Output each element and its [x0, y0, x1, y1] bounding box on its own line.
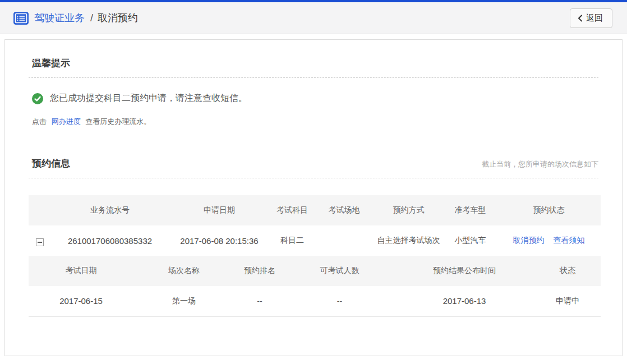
venue-cell	[315, 225, 374, 256]
breadcrumb-separator: /	[90, 12, 93, 24]
subject-cell: 科目二	[270, 225, 315, 256]
method-cell: 自主选择考试场次	[374, 225, 444, 256]
col-session-name: 场次名称	[133, 256, 234, 286]
progress-hint-suffix: 查看历史办理流水。	[85, 117, 151, 126]
breadcrumb: 驾驶证业务 / 取消预约	[13, 11, 570, 25]
booking-subtitle: 截止当前，您所申请的场次信息如下	[482, 159, 598, 169]
vehicle-type-cell: 小型汽车	[444, 225, 497, 256]
col-rank: 预约排名	[234, 256, 285, 286]
main-panel: 温馨提示 您已成功提交科目二预约申请，请注意查收短信。 点击 网办进度 查看历史…	[4, 39, 623, 356]
exam-date-cell: 2017-06-15	[29, 286, 133, 316]
back-button[interactable]: 返回	[570, 8, 612, 28]
tips-title: 温馨提示	[32, 57, 70, 70]
rank-cell: --	[234, 286, 285, 316]
booking-title: 预约信息	[32, 157, 70, 170]
col-vehicle-type: 准考车型	[444, 195, 497, 225]
header-bar: 驾驶证业务 / 取消预约 返回	[0, 2, 627, 34]
list-icon	[13, 12, 29, 25]
cancel-appointment-link[interactable]: 取消预约	[513, 236, 545, 245]
col-method: 预约方式	[374, 195, 444, 225]
online-progress-link[interactable]: 网办进度	[52, 117, 81, 126]
col-apply-date: 申请日期	[169, 195, 270, 225]
breadcrumb-cancel-appointment: 取消预约	[98, 11, 138, 25]
session-status-cell: 申请中	[534, 286, 601, 316]
session-name-cell: 第一场	[133, 286, 234, 316]
success-check-icon	[32, 93, 43, 104]
chevron-left-icon	[578, 15, 583, 22]
col-result-publish: 预约结果公布时间	[394, 256, 534, 286]
booking-table-header-row: 业务流水号 申请日期 考试科目 考试场地 预约方式 准考车型 预约状态	[29, 195, 601, 225]
serial-cell: 261001706080385332	[51, 225, 169, 256]
expand-cell	[29, 225, 51, 256]
col-status: 预约状态	[497, 195, 601, 225]
breadcrumb-driver-license-business[interactable]: 驾驶证业务	[34, 11, 85, 25]
session-row: 2017-06-15 第一场 -- -- 2017-06-13 申请中	[29, 286, 601, 316]
tips-section-header: 温馨提示	[29, 49, 598, 78]
col-capacity: 可考试人数	[285, 256, 394, 286]
apply-date-cell: 2017-06-08 20:15:36	[169, 225, 270, 256]
session-table-header-row: 考试日期 场次名称 预约排名 可考试人数 预约结果公布时间 状态	[29, 256, 601, 286]
success-message-row: 您已成功提交科目二预约申请，请注意查收短信。	[32, 93, 598, 104]
col-expand	[29, 195, 51, 225]
session-sub-table: 考试日期 场次名称 预约排名 可考试人数 预约结果公布时间 状态 2017-06…	[29, 256, 601, 317]
status-actions-cell: 取消预约 查看须知	[497, 225, 601, 256]
col-venue: 考试场地	[315, 195, 374, 225]
collapse-toggle-icon[interactable]	[36, 238, 44, 246]
booking-table: 业务流水号 申请日期 考试科目 考试场地 预约方式 准考车型 预约状态 2610…	[29, 195, 601, 256]
progress-hint: 点击 网办进度 查看历史办理流水。	[32, 117, 598, 127]
progress-hint-prefix: 点击	[32, 117, 47, 126]
back-button-label: 返回	[586, 13, 603, 24]
col-exam-date: 考试日期	[29, 256, 133, 286]
booking-section-header: 预约信息 截止当前，您所申请的场次信息如下	[29, 149, 598, 178]
col-session-status: 状态	[534, 256, 601, 286]
success-message: 您已成功提交科目二预约申请，请注意查收短信。	[50, 93, 247, 104]
capacity-cell: --	[285, 286, 394, 316]
result-publish-cell: 2017-06-13	[394, 286, 534, 316]
view-notice-link[interactable]: 查看须知	[553, 236, 584, 245]
col-serial: 业务流水号	[51, 195, 169, 225]
col-subject: 考试科目	[270, 195, 315, 225]
booking-row: 261001706080385332 2017-06-08 20:15:36 科…	[29, 225, 601, 256]
